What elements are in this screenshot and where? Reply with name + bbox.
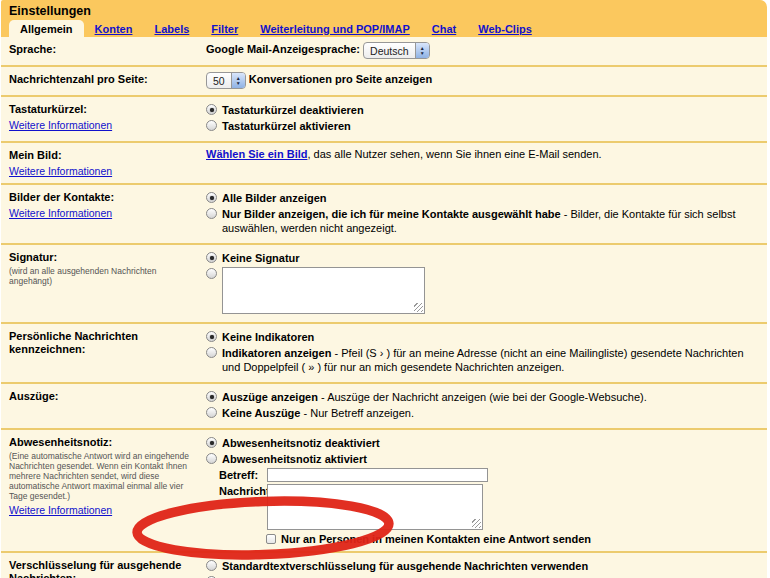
vacation-subject-input[interactable] <box>267 468 488 482</box>
choose-picture-link[interactable]: Wählen Sie ein Bild <box>206 148 307 160</box>
vacation-message-label: Nachricht: <box>219 484 267 530</box>
shortcuts-option-off[interactable]: Tastaturkürzel deaktivieren <box>206 103 761 117</box>
settings-tabs: Allgemein Konten Labels Filter Weiterlei… <box>1 20 767 37</box>
language-select[interactable]: Deutsch ▲▼ <box>363 42 430 59</box>
contact-pictures-option-all[interactable]: Alle Bilder anzeigen <box>206 191 761 205</box>
radio-icon[interactable] <box>206 208 217 219</box>
tab-konten[interactable]: Konten <box>87 20 141 37</box>
row-page-size: Nachrichtenzahl pro Seite: 50 ▲▼ Konvers… <box>1 65 767 95</box>
shortcuts-option-on[interactable]: Tastaturkürzel aktivieren <box>206 119 761 133</box>
radio-selected-icon[interactable] <box>206 192 217 203</box>
row-personal-indicators: Persönliche Nachrichten kennzeichnen: Ke… <box>1 322 767 382</box>
encoding-option-standard[interactable]: Standardtextverschlüsselung für ausgehen… <box>206 559 761 573</box>
my-picture-label: Mein Bild: <box>9 149 206 162</box>
tab-web-clips[interactable]: Web-Clips <box>470 20 540 37</box>
page-size-select-value: 50 <box>207 73 231 88</box>
radio-selected-icon[interactable] <box>206 331 217 342</box>
contact-pictures-more-info-link[interactable]: Weitere Informationen <box>9 207 112 219</box>
signature-label: Signatur: <box>9 251 206 264</box>
row-contact-pictures: Bilder der Kontakte: Weitere Information… <box>1 183 767 243</box>
shortcuts-more-info-link[interactable]: Weitere Informationen <box>9 119 112 131</box>
contact-pictures-option-selected-only[interactable]: Nur Bilder anzeigen, die ich für meine K… <box>206 207 761 235</box>
settings-header: Einstellungen Allgemein Konten Labels Fi… <box>1 0 767 37</box>
page-title: Einstellungen <box>1 3 767 20</box>
checkbox-icon[interactable] <box>266 534 276 544</box>
radio-selected-icon[interactable] <box>206 437 217 448</box>
signature-option-none[interactable]: Keine Signatur <box>206 251 761 265</box>
tab-chat[interactable]: Chat <box>424 20 464 37</box>
personal-indicators-label: Persönliche Nachrichten kennzeichnen: <box>9 330 206 356</box>
tab-filter[interactable]: Filter <box>203 20 246 37</box>
shortcuts-label: Tastaturkürzel: <box>9 103 206 116</box>
vacation-subject-field: Betreff: <box>219 468 761 482</box>
snippets-option-none[interactable]: Keine Auszüge - Nur Betreff anzeigen. <box>206 406 761 420</box>
radio-selected-icon[interactable] <box>206 104 217 115</box>
radio-icon[interactable] <box>206 560 217 571</box>
radio-icon[interactable] <box>206 120 217 131</box>
language-label: Sprache: <box>9 43 206 56</box>
signature-option-custom[interactable] <box>206 267 761 314</box>
signature-textarea[interactable] <box>222 267 425 314</box>
radio-icon[interactable] <box>206 347 217 358</box>
vacation-option-off[interactable]: Abwesenheitsnotiz deaktiviert <box>206 436 761 450</box>
tab-weiterleitung-pop-imap[interactable]: Weiterleitung und POP/IMAP <box>252 20 418 37</box>
indicators-option-none[interactable]: Keine Indikatoren <box>206 330 761 344</box>
vacation-option-on[interactable]: Abwesenheitsnotiz aktiviert <box>206 452 761 466</box>
contact-pictures-label: Bilder der Kontakte: <box>9 191 206 204</box>
page-size-suffix: Konversationen pro Seite anzeigen <box>249 73 432 85</box>
vacation-message-field: Nachricht: <box>219 484 761 530</box>
tab-labels[interactable]: Labels <box>146 20 197 37</box>
vacation-message-textarea[interactable] <box>267 484 483 530</box>
my-picture-more-info-link[interactable]: Weitere Informationen <box>9 165 112 177</box>
vacation-contacts-only-label: Nur an Personen in meinen Kontakten eine… <box>276 533 591 545</box>
row-my-picture: Mein Bild: Weitere Informationen Wählen … <box>1 141 767 183</box>
encoding-label: Verschlüsselung für ausgehende Nachricht… <box>9 559 206 578</box>
language-select-value: Deutsch <box>364 43 415 58</box>
row-vacation-responder: Abwesenheitsnotiz: (Eine automatische An… <box>1 428 767 551</box>
page-size-label: Nachrichtenzahl pro Seite: <box>9 73 206 86</box>
vacation-note: (Eine automatische Antwort wird an einge… <box>9 451 206 501</box>
row-language: Sprache: Google Mail-Anzeigesprache: Deu… <box>1 37 767 65</box>
snippets-label: Auszüge: <box>9 390 206 403</box>
row-shortcuts: Tastaturkürzel: Weitere Informationen Ta… <box>1 95 767 141</box>
vacation-more-info-link[interactable]: Weitere Informationen <box>9 504 112 516</box>
row-outgoing-encoding: Verschlüsselung für ausgehende Nachricht… <box>1 551 767 578</box>
snippets-option-show[interactable]: Auszüge anzeigen - Auszüge der Nachricht… <box>206 390 761 404</box>
my-picture-text: , das alle Nutzer sehen, wenn Sie ihnen … <box>307 148 601 160</box>
select-stepper-icon: ▲▼ <box>415 43 429 58</box>
signature-note: (wird an alle ausgehenden Nachrichten an… <box>9 266 206 286</box>
indicators-option-show[interactable]: Indikatoren anzeigen - Pfeil (S › ) für … <box>206 346 761 374</box>
vacation-contacts-only-option[interactable]: Nur an Personen in meinen Kontakten eine… <box>266 533 761 545</box>
radio-icon[interactable] <box>206 453 217 464</box>
settings-content: Sprache: Google Mail-Anzeigesprache: Deu… <box>1 37 767 578</box>
language-field-label: Google Mail-Anzeigesprache: <box>206 43 360 55</box>
radio-icon[interactable] <box>206 268 217 279</box>
vacation-label: Abwesenheitsnotiz: <box>9 436 206 449</box>
row-snippets: Auszüge: Auszüge anzeigen - Auszüge der … <box>1 382 767 428</box>
radio-icon[interactable] <box>206 407 217 418</box>
row-signature: Signatur: (wird an alle ausgehenden Nach… <box>1 243 767 322</box>
radio-selected-icon[interactable] <box>206 252 217 263</box>
radio-selected-icon[interactable] <box>206 391 217 402</box>
tab-allgemein[interactable]: Allgemein <box>9 20 84 37</box>
page-size-select[interactable]: 50 ▲▼ <box>206 72 246 89</box>
vacation-subject-label: Betreff: <box>219 468 267 482</box>
select-stepper-icon: ▲▼ <box>231 73 245 88</box>
settings-panel: Einstellungen Allgemein Konten Labels Fi… <box>1 0 767 578</box>
